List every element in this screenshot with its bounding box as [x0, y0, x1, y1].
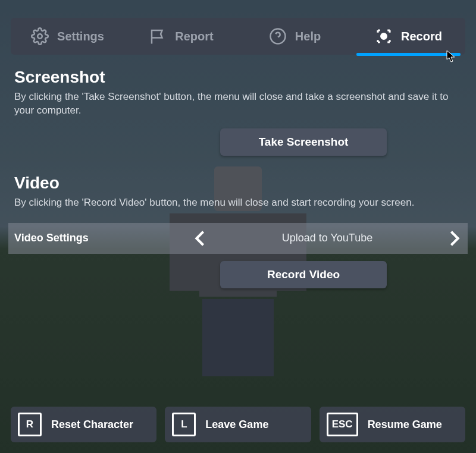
video-settings-next[interactable] — [441, 230, 468, 247]
take-screenshot-button[interactable]: Take Screenshot — [220, 128, 387, 156]
svg-point-0 — [37, 34, 42, 39]
tab-record[interactable]: Record — [352, 18, 465, 55]
key-esc: ESC — [327, 413, 358, 436]
tab-help[interactable]: Help — [238, 18, 352, 55]
record-video-button[interactable]: Record Video — [220, 261, 387, 288]
key-r: R — [18, 413, 42, 436]
help-icon — [269, 27, 287, 45]
tab-label: Help — [295, 30, 321, 43]
tab-report[interactable]: Report — [124, 18, 238, 55]
tab-label: Settings — [57, 30, 104, 43]
reset-character-button[interactable]: R Reset Character — [11, 407, 156, 442]
leave-game-button[interactable]: L Leave Game — [165, 407, 311, 442]
video-title: Video — [14, 174, 462, 193]
tab-bar: Settings Report Help Record — [11, 18, 465, 55]
mouse-cursor — [446, 50, 457, 65]
leave-label: Leave Game — [205, 419, 268, 431]
screenshot-desc: By clicking the 'Take Screenshot' button… — [14, 90, 462, 118]
video-settings-selector: Video Settings Upload to YouTube — [8, 223, 468, 254]
video-section: Video By clicking the 'Record Video' but… — [0, 161, 476, 215]
tab-label: Record — [401, 30, 442, 43]
screenshot-title: Screenshot — [14, 68, 462, 87]
svg-point-3 — [381, 34, 387, 39]
screenshot-section: Screenshot By clicking the 'Take Screens… — [0, 55, 476, 161]
flag-icon — [149, 27, 167, 45]
resume-game-button[interactable]: ESC Resume Game — [320, 407, 465, 442]
resume-label: Resume Game — [368, 419, 442, 431]
video-settings-value: Upload to YouTube — [213, 232, 441, 244]
tab-settings[interactable]: Settings — [11, 18, 124, 55]
video-desc: By clicking the 'Record Video' button, t… — [14, 196, 462, 210]
gear-icon — [31, 27, 49, 45]
bottom-bar: R Reset Character L Leave Game ESC Resum… — [11, 407, 465, 442]
video-settings-label: Video Settings — [8, 232, 187, 244]
reset-label: Reset Character — [51, 419, 133, 431]
tab-label: Report — [175, 30, 213, 43]
video-settings-prev[interactable] — [187, 230, 213, 247]
key-l: L — [172, 413, 196, 436]
record-icon — [375, 27, 393, 45]
